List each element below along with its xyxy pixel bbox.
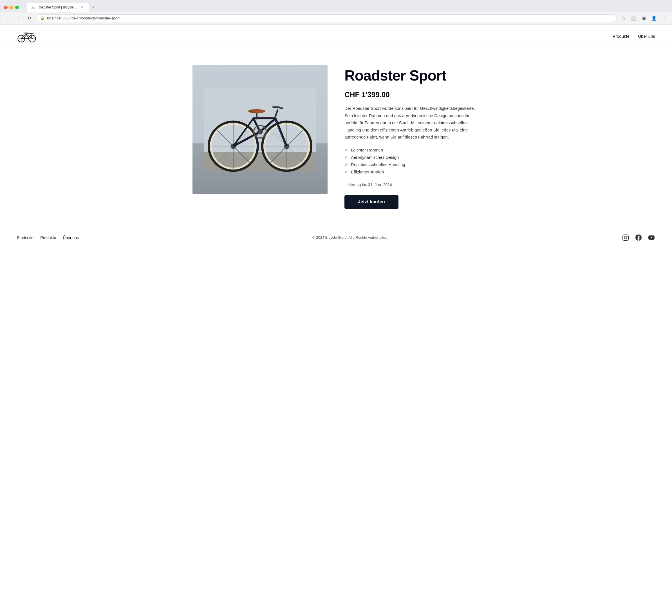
browser-chrome: 🚲 Roadster Sport | Bicycle Store × + ‹ ›… (0, 0, 672, 24)
menu-icon[interactable]: ⋮ (660, 14, 668, 22)
bike-scene (192, 65, 328, 194)
feature-1-text: Leichter Rahmen (351, 147, 383, 152)
traffic-lights (4, 6, 19, 9)
site-logo[interactable] (17, 29, 37, 43)
product-price: CHF 1'399.00 (344, 90, 480, 99)
footer-link-products[interactable]: Produkte (40, 235, 56, 240)
footer-links: Startseite Produkte Über uns (17, 235, 79, 240)
svg-point-44 (253, 110, 265, 113)
minimize-button[interactable] (10, 6, 13, 9)
logo-icon (17, 29, 37, 43)
product-description: Der Roadster Sport wurde konzipiert für … (344, 105, 480, 141)
product-section: Roadster Sport CHF 1'399.00 Der Roadster… (181, 48, 491, 226)
website: Produkte Über uns (0, 24, 672, 616)
product-title: Roadster Sport (344, 68, 480, 84)
url-input[interactable] (47, 16, 613, 20)
check-icon-2: ✓ (344, 155, 348, 160)
feature-4: ✓ Effizienter Antrieb (344, 169, 480, 174)
footer-social (622, 234, 655, 241)
buy-button[interactable]: Jetzt kaufen (344, 195, 398, 209)
feature-3: ✓ Reaktionsschnelles Handling (344, 162, 480, 167)
tab-title: Roadster Sport | Bicycle Store (37, 5, 77, 9)
product-bike-svg (204, 76, 316, 183)
tab-favicon: 🚲 (31, 5, 35, 9)
check-icon-4: ✓ (344, 169, 348, 174)
site-nav: Produkte Über uns (0, 24, 672, 48)
sidebar-icon[interactable]: ▣ (640, 14, 648, 22)
forward-button[interactable]: › (15, 14, 23, 22)
instagram-icon[interactable] (622, 234, 629, 241)
product-image (192, 65, 328, 194)
footer-link-about[interactable]: Über uns (63, 235, 79, 240)
browser-toolbar: ‹ › ↻ 🔒 ☆ ⬜ ▣ 👤 ⋮ (0, 12, 672, 24)
extensions-icon[interactable]: ⬜ (630, 14, 638, 22)
browser-titlebar: 🚲 Roadster Sport | Bicycle Store × + (0, 0, 672, 12)
lock-icon: 🔒 (40, 16, 45, 20)
svg-line-4 (21, 34, 26, 39)
toolbar-icons: ☆ ⬜ ▣ 👤 ⋮ (620, 14, 668, 22)
footer-copyright: © 2024 Bicycle Store. Alle Rechte vorbeh… (312, 235, 388, 239)
bookmark-icon[interactable]: ☆ (620, 14, 628, 22)
maximize-button[interactable] (15, 6, 19, 9)
footer-link-home[interactable]: Startseite (17, 235, 33, 240)
nav-ueber-uns[interactable]: Über uns (638, 34, 655, 39)
svg-rect-19 (204, 87, 316, 152)
new-tab-button[interactable]: + (89, 3, 97, 11)
tab-close-button[interactable]: × (80, 5, 84, 10)
nav-links: Produkte Über uns (613, 34, 655, 39)
tab-bar: 🚲 Roadster Sport | Bicycle Store × + (27, 3, 97, 12)
site-footer: Startseite Produkte Über uns © 2024 Bicy… (0, 226, 672, 249)
check-icon-3: ✓ (344, 162, 348, 167)
product-info: Roadster Sport CHF 1'399.00 Der Roadster… (344, 65, 480, 209)
reload-button[interactable]: ↻ (25, 14, 33, 22)
product-features: ✓ Leichter Rahmen ✓ Aerodynamisches Desi… (344, 147, 480, 174)
feature-2-text: Aerodynamisches Design (351, 155, 399, 160)
check-icon-1: ✓ (344, 147, 348, 153)
back-button[interactable]: ‹ (4, 14, 12, 22)
feature-4-text: Effizienter Antrieb (351, 169, 384, 174)
facebook-icon[interactable] (635, 234, 642, 241)
close-button[interactable] (4, 6, 8, 9)
youtube-icon[interactable] (648, 234, 655, 241)
feature-2: ✓ Aerodynamisches Design (344, 155, 480, 160)
nav-produkte[interactable]: Produkte (613, 34, 630, 39)
active-tab[interactable]: 🚲 Roadster Sport | Bicycle Store × (27, 3, 89, 12)
feature-3-text: Reaktionsschnelles Handling (351, 162, 405, 167)
profile-icon[interactable]: 👤 (650, 14, 658, 22)
delivery-info: Lieferung bis 31. Jan. 2024 (344, 182, 480, 187)
address-bar[interactable]: 🔒 (36, 14, 617, 22)
feature-1: ✓ Leichter Rahmen (344, 147, 480, 153)
svg-rect-18 (204, 152, 316, 172)
